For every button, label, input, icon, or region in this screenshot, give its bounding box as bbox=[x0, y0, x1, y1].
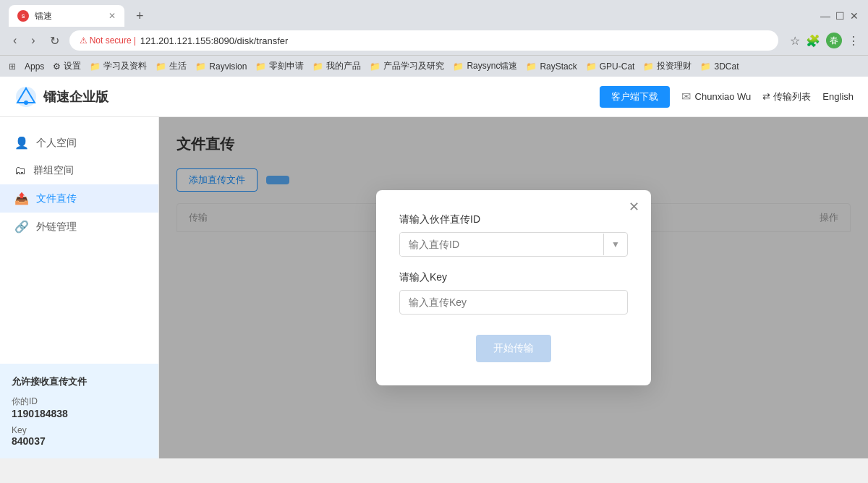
key-field: 请输入Key bbox=[399, 271, 628, 315]
bookmark-research[interactable]: 📁 产品学习及研究 bbox=[370, 60, 444, 72]
svg-text:S: S bbox=[22, 14, 25, 19]
minimize-button[interactable]: — bbox=[820, 11, 830, 21]
folder-icon-5: 📁 bbox=[312, 61, 323, 72]
bookmarks-bar: ⊞ Apps ⚙ 设置 📁 学习及资料 📁 生活 📁 Rayvision 📁 零… bbox=[0, 55, 868, 77]
folder-icon-7: 📁 bbox=[453, 61, 464, 72]
folder-icon-4: 📁 bbox=[255, 61, 266, 72]
modal-overlay: ✕ 请输入伙伴直传ID ▼ 请输入Key 开始传输 bbox=[159, 117, 868, 458]
profile-icon[interactable]: 春 bbox=[826, 33, 842, 48]
reload-button[interactable]: ↻ bbox=[46, 33, 64, 49]
bookmark-rayvision[interactable]: 📁 Rayvision bbox=[195, 61, 247, 72]
sidebar-item-group-label: 群组空间 bbox=[33, 164, 74, 177]
bookmark-raysync[interactable]: 📁 Raysync镭速 bbox=[453, 60, 517, 72]
bookmark-gpucat[interactable]: 📁 GPU-Cat bbox=[586, 61, 635, 72]
sidebar-item-links[interactable]: 🔗 外链管理 bbox=[0, 213, 158, 241]
logo-text: 镭速企业版 bbox=[43, 88, 109, 106]
sidebar-item-group[interactable]: 🗂 群组空间 bbox=[0, 157, 158, 184]
bookmark-apply[interactable]: 📁 零刻申请 bbox=[255, 60, 304, 72]
folder-icon-6: 📁 bbox=[370, 61, 380, 72]
transfer-icon: ⇄ bbox=[762, 91, 770, 102]
folder-icon-8: 📁 bbox=[526, 61, 537, 72]
header-actions: 客户端下载 ✉ Chunxiao Wu ⇄ 传输列表 English bbox=[600, 86, 854, 108]
folder-icon-11: 📁 bbox=[700, 61, 711, 72]
info-panel-title: 允许接收直传文件 bbox=[12, 375, 147, 388]
mail-icon: ✉ bbox=[681, 90, 691, 103]
key-value: 840037 bbox=[12, 435, 147, 447]
folder-icon-9: 📁 bbox=[586, 61, 597, 72]
svg-point-4 bbox=[24, 101, 28, 105]
language-selector[interactable]: English bbox=[822, 91, 854, 102]
folder-icon-10: 📁 bbox=[643, 61, 654, 72]
id-value: 1190184838 bbox=[12, 408, 147, 419]
personal-space-icon: 👤 bbox=[14, 136, 29, 150]
file-transfer-icon: 📤 bbox=[14, 192, 29, 205]
apps-label: Apps bbox=[25, 61, 44, 72]
bookmark-star-icon[interactable]: ☆ bbox=[790, 34, 800, 48]
sidebar: 👤 个人空间 🗂 群组空间 📤 文件直传 🔗 外链管理 允许接收直传文件 你的I… bbox=[0, 117, 159, 458]
group-space-icon: 🗂 bbox=[14, 164, 26, 177]
folder-icon-3: 📁 bbox=[195, 61, 206, 72]
sidebar-item-links-label: 外链管理 bbox=[36, 221, 77, 234]
partner-id-field: 请输入伙伴直传ID ▼ bbox=[399, 213, 628, 257]
bookmark-invest[interactable]: 📁 投资理财 bbox=[643, 60, 692, 72]
bookmark-raystack[interactable]: 📁 RayStack bbox=[526, 61, 576, 72]
bookmark-learning[interactable]: 📁 学习及资料 bbox=[90, 60, 147, 72]
folder-icon-2: 📁 bbox=[156, 61, 166, 72]
new-tab-button[interactable]: + bbox=[136, 9, 144, 24]
tab-favicon: S bbox=[17, 10, 29, 22]
main-content: 文件直传 添加直传文件 传输 操作 ✕ 请输入伙伴直传ID bbox=[159, 117, 868, 458]
info-panel: 允许接收直传文件 你的ID 1190184838 Key 840037 bbox=[0, 364, 158, 458]
sidebar-item-personal-label: 个人空间 bbox=[36, 137, 77, 150]
key-label: Key bbox=[12, 425, 147, 435]
logo-icon bbox=[14, 85, 38, 108]
close-button[interactable]: ✕ bbox=[849, 11, 859, 21]
back-button[interactable]: ‹ bbox=[9, 33, 21, 48]
dropdown-arrow-icon[interactable]: ▼ bbox=[603, 234, 627, 255]
app-logo: 镭速企业版 bbox=[14, 85, 109, 108]
app-header: 镭速企业版 客户端下载 ✉ Chunxiao Wu ⇄ 传输列表 English bbox=[0, 77, 868, 117]
external-link-icon: 🔗 bbox=[14, 220, 29, 234]
partner-id-label: 请输入伙伴直传ID bbox=[399, 213, 628, 226]
partner-id-input[interactable] bbox=[400, 233, 603, 256]
modal-close-button[interactable]: ✕ bbox=[629, 199, 639, 215]
bookmark-myproduct[interactable]: 📁 我的产品 bbox=[312, 60, 361, 72]
forward-button[interactable]: › bbox=[27, 33, 39, 48]
warning-icon: ⚠ bbox=[80, 35, 88, 46]
tab-close-button[interactable]: ✕ bbox=[109, 11, 116, 21]
tab-title: 镭速 bbox=[35, 10, 52, 22]
bookmark-apps[interactable]: Apps bbox=[25, 61, 44, 72]
modal-dialog: ✕ 请输入伙伴直传ID ▼ 请输入Key 开始传输 bbox=[376, 190, 651, 385]
address-bar-input[interactable]: ⚠ Not secure | 121.201.121.155:8090/disk… bbox=[69, 30, 778, 51]
menu-icon[interactable]: ⋮ bbox=[848, 34, 859, 48]
sidebar-item-transfer[interactable]: 📤 文件直传 bbox=[0, 184, 158, 213]
key-input[interactable] bbox=[399, 290, 628, 315]
extension-icon[interactable]: 🧩 bbox=[806, 34, 820, 48]
start-transfer-button[interactable]: 开始传输 bbox=[476, 335, 551, 362]
sidebar-item-transfer-label: 文件直传 bbox=[36, 192, 77, 205]
user-name: Chunxiao Wu bbox=[695, 91, 752, 102]
folder-icon-1: 📁 bbox=[90, 61, 101, 72]
bookmark-life[interactable]: 📁 生活 bbox=[156, 60, 187, 72]
bookmark-3dcat[interactable]: 📁 3DCat bbox=[700, 61, 739, 72]
url-text: 121.201.121.155:8090/disk/transfer bbox=[140, 35, 289, 46]
app-body: 👤 个人空间 🗂 群组空间 📤 文件直传 🔗 外链管理 允许接收直传文件 你的I… bbox=[0, 117, 868, 458]
partner-id-input-wrap: ▼ bbox=[399, 232, 628, 257]
transfer-list-link[interactable]: ⇄ 传输列表 bbox=[762, 90, 811, 103]
apps-grid-icon[interactable]: ⊞ bbox=[9, 61, 16, 72]
maximize-button[interactable]: ☐ bbox=[835, 11, 845, 21]
download-client-button[interactable]: 客户端下载 bbox=[600, 86, 670, 108]
security-indicator: ⚠ Not secure | bbox=[80, 35, 136, 46]
user-email-icon: ✉ Chunxiao Wu bbox=[681, 90, 752, 103]
id-label: 你的ID bbox=[12, 396, 147, 408]
sidebar-item-personal[interactable]: 👤 个人空间 bbox=[0, 129, 158, 157]
bookmark-settings[interactable]: ⚙ 设置 bbox=[53, 60, 81, 72]
settings-icon: ⚙ bbox=[53, 61, 61, 72]
browser-tab[interactable]: S 镭速 ✕ bbox=[9, 5, 124, 27]
key-label-modal: 请输入Key bbox=[399, 271, 628, 284]
